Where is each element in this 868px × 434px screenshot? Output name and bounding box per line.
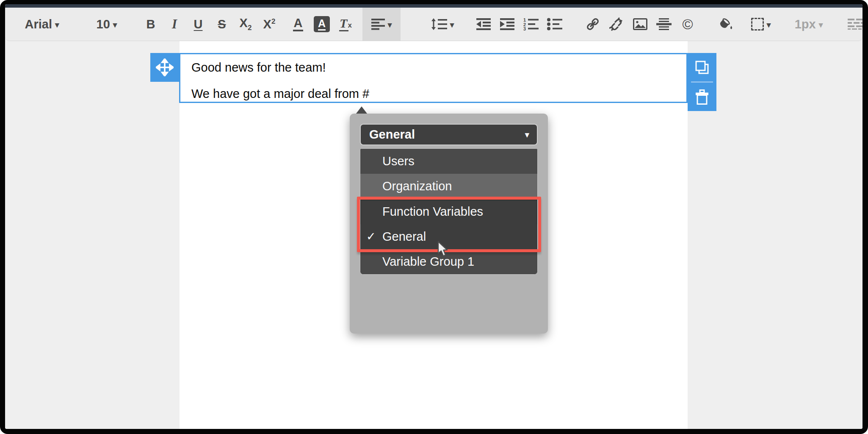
subscript-button[interactable]: X2 — [234, 8, 257, 41]
caret-down-icon: ▾ — [113, 21, 117, 29]
background-color-button[interactable]: A — [310, 8, 334, 41]
indent-icon — [500, 18, 514, 30]
bold-button[interactable]: B — [139, 8, 163, 41]
option-label: Users — [382, 154, 415, 168]
caret-down-icon: ▾ — [819, 21, 823, 29]
text-color-button[interactable]: A — [286, 8, 310, 41]
check-icon: ✓ — [366, 230, 376, 243]
caret-down-icon: ▾ — [55, 21, 59, 29]
option-function-variables[interactable]: Function Variables — [360, 199, 537, 224]
option-general[interactable]: ✓ General — [360, 224, 537, 249]
unordered-list-button[interactable] — [543, 8, 567, 41]
document-canvas[interactable]: Good news for the team! We have got a ma… — [180, 41, 688, 429]
cell-background-button[interactable] — [714, 8, 738, 41]
move-icon — [156, 58, 174, 76]
svg-text:3: 3 — [523, 26, 526, 31]
outdent-icon — [476, 18, 491, 30]
duplicate-icon — [694, 60, 710, 75]
clear-format-icon: Tx — [339, 17, 352, 31]
ordered-list-button[interactable]: 1 2 3 — [519, 8, 543, 41]
link-icon — [586, 17, 600, 31]
strikethrough-button[interactable]: S — [210, 8, 234, 41]
option-variable-group-1[interactable]: Variable Group 1 — [360, 249, 537, 274]
popup-pointer-icon — [356, 106, 367, 114]
option-label: General — [382, 230, 426, 244]
indent-button[interactable] — [495, 8, 519, 41]
caret-down-icon: ▾ — [450, 21, 454, 29]
duplicate-block-button[interactable] — [693, 58, 711, 77]
option-label: Function Variables — [382, 205, 483, 219]
border-width-value: 1px — [795, 17, 816, 31]
editor-body: Good news for the team! We have got a ma… — [5, 41, 862, 429]
font-size-dropdown[interactable]: 10 ▾ — [89, 8, 124, 41]
ordered-list-icon: 1 2 3 — [523, 18, 539, 31]
align-left-icon — [371, 19, 385, 30]
block-action-panel — [688, 53, 716, 111]
border-width-dropdown[interactable]: 1px ▾ — [788, 8, 829, 41]
underline-button[interactable]: U — [186, 8, 210, 41]
unlink-button[interactable] — [605, 8, 628, 41]
delete-block-button[interactable] — [693, 88, 711, 106]
text-color-icon: A — [293, 17, 304, 31]
window-top-strip — [5, 4, 862, 8]
border-style-dropdown[interactable]: ▾ — [743, 8, 779, 41]
paint-bucket-icon — [718, 17, 733, 31]
line-height-icon — [431, 18, 447, 30]
bold-icon: B — [147, 17, 155, 31]
font-size-value: 10 — [97, 17, 110, 31]
merge-field-popup: General ▾ Users Organization Function Va… — [350, 114, 548, 334]
background-color-icon: A — [314, 16, 330, 32]
superscript-icon: X2 — [263, 17, 276, 31]
editor-window: Arial ▾ 10 ▾ B I U S X2 X2 A A Tx ▾ — [5, 4, 862, 429]
superscript-button[interactable]: X2 — [257, 8, 281, 41]
option-organization[interactable]: Organization — [360, 174, 537, 199]
caret-down-icon: ▾ — [525, 130, 529, 140]
clear-format-button[interactable]: Tx — [334, 8, 357, 41]
caret-down-icon: ▾ — [388, 21, 392, 29]
copyright-icon: © — [682, 16, 693, 33]
insert-image-button[interactable] — [628, 8, 652, 41]
align-dropdown[interactable]: ▾ — [362, 8, 401, 41]
selected-group-value: General — [369, 128, 415, 142]
outdent-button[interactable] — [472, 8, 495, 41]
insert-horizontal-line-button[interactable] — [652, 8, 676, 41]
strikethrough-icon: S — [218, 17, 226, 31]
italic-button[interactable]: I — [163, 8, 186, 41]
line-height-dropdown[interactable]: ▾ — [423, 8, 462, 41]
option-label: Organization — [382, 179, 452, 193]
trash-icon — [695, 89, 709, 105]
caret-down-icon: ▾ — [767, 21, 771, 29]
variable-group-list: Users Organization Function Variables ✓ … — [360, 148, 538, 275]
image-icon — [633, 18, 647, 30]
unlink-icon — [609, 17, 624, 31]
window-frame: Arial ▾ 10 ▾ B I U S X2 X2 A A Tx ▾ — [0, 0, 868, 434]
paragraph: Good news for the team! — [180, 61, 686, 74]
insert-link-button[interactable] — [581, 8, 605, 41]
editor-toolbar: Arial ▾ 10 ▾ B I U S X2 X2 A A Tx ▾ — [5, 8, 862, 41]
unordered-list-icon — [547, 18, 562, 31]
dashed-rows-icon — [848, 19, 862, 30]
dashed-border-icon — [751, 18, 764, 31]
font-family-value: Arial — [25, 17, 52, 31]
option-users[interactable]: Users — [360, 149, 537, 174]
special-characters-button[interactable]: © — [676, 8, 699, 41]
move-handle[interactable] — [150, 53, 179, 82]
option-label: Variable Group 1 — [382, 255, 474, 269]
font-family-dropdown[interactable]: Arial ▾ — [17, 8, 67, 41]
selected-text-block[interactable]: Good news for the team! We have got a ma… — [179, 53, 688, 103]
variable-group-select[interactable]: General ▾ — [360, 124, 538, 145]
underline-icon: U — [194, 17, 203, 31]
table-style-dropdown[interactable]: ▾ — [838, 8, 862, 41]
subscript-icon: X2 — [240, 16, 252, 32]
panel-divider — [691, 81, 713, 83]
italic-icon: I — [172, 17, 177, 32]
left-margin — [5, 41, 180, 429]
paragraph: We have got a major deal from # — [180, 87, 686, 100]
horizontal-line-icon — [656, 18, 672, 30]
